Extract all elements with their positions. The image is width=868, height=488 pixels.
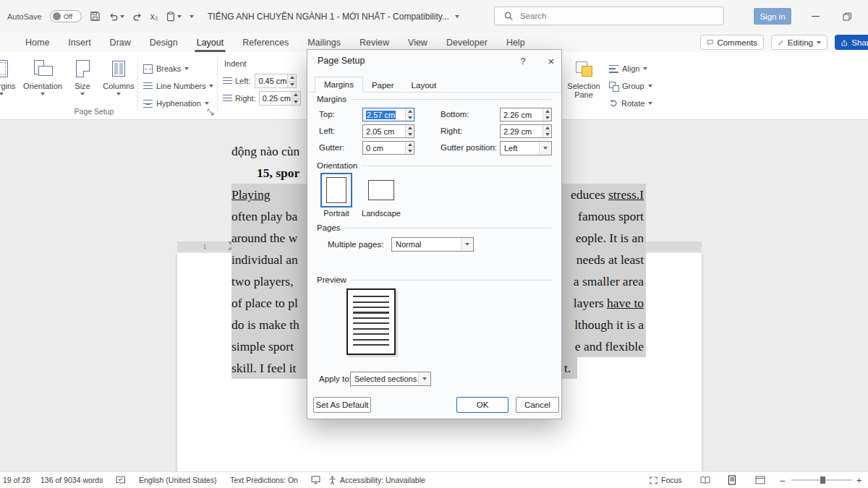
proofing-status-button[interactable] — [116, 472, 126, 488]
indent-left-input[interactable]: 0.45 cm — [255, 74, 297, 88]
tab-draw[interactable]: Draw — [101, 33, 140, 52]
align-button[interactable]: Align — [609, 62, 647, 75]
zoom-slider-handle[interactable] — [820, 476, 825, 484]
left-margin-input[interactable]: 2.05 cm — [362, 124, 414, 138]
comments-button[interactable]: Comments — [700, 35, 764, 50]
text-predictions-toggle[interactable] — [311, 472, 320, 488]
columns-icon — [112, 61, 125, 77]
landscape-option[interactable] — [365, 173, 397, 207]
margins-section-header: Margins — [317, 95, 551, 103]
bottom-margin-label: Bottom: — [441, 110, 469, 119]
paste-button[interactable] — [166, 11, 182, 22]
save-button[interactable] — [90, 11, 101, 22]
customize-qat-button[interactable] — [190, 15, 194, 18]
dialog-tabs: Margins Paper Layout — [307, 75, 561, 93]
search-input[interactable]: Search — [494, 7, 724, 25]
redo-button[interactable] — [132, 12, 142, 22]
indent-right-spinner[interactable] — [292, 92, 300, 105]
size-icon — [76, 60, 90, 77]
tab-insert[interactable]: Insert — [59, 33, 100, 52]
chevron-down-icon — [190, 15, 194, 18]
dialog-tab-margins[interactable]: Margins — [315, 77, 363, 93]
page-number-indicator[interactable]: 19 of 28 — [3, 472, 30, 488]
apply-to-dropdown[interactable]: Selected sections — [350, 372, 431, 386]
ok-button[interactable]: OK — [456, 397, 509, 413]
selection-pane-button[interactable]: Selection Pane — [563, 55, 605, 114]
margins-icon — [0, 60, 8, 77]
tab-design[interactable]: Design — [140, 33, 187, 52]
print-layout-button[interactable] — [728, 472, 736, 488]
title-menu-chevron-icon[interactable] — [455, 15, 459, 18]
indent-left-spinner[interactable] — [287, 74, 296, 87]
read-mode-button[interactable] — [700, 472, 710, 488]
editing-mode-dropdown[interactable]: Editing — [771, 35, 827, 50]
bottom-margin-input[interactable]: 2.26 cm — [500, 108, 552, 121]
right-margin-input[interactable]: 2.29 cm — [500, 124, 552, 138]
indent-right-input[interactable]: 0.25 cm — [259, 91, 301, 106]
gutter-position-dropdown[interactable]: Left — [500, 141, 552, 155]
subscript-button[interactable]: x₂ — [150, 12, 158, 22]
focus-icon — [650, 476, 658, 484]
share-button[interactable]: Share — [835, 35, 868, 50]
subscript-icon: x₂ — [150, 12, 158, 22]
tab-layout[interactable]: Layout — [187, 33, 234, 52]
line-numbers-button[interactable]: Line Numbers — [143, 80, 213, 93]
chevron-down-icon — [209, 85, 213, 87]
minimize-button[interactable] — [804, 0, 826, 33]
sign-in-button[interactable]: Sign in — [754, 8, 791, 25]
text-predictions-indicator[interactable]: Text Predictions: On — [230, 472, 298, 488]
language-indicator[interactable]: English (United States) — [139, 472, 216, 488]
word-count-indicator[interactable]: 136 of 9034 words — [41, 472, 103, 488]
cancel-button[interactable]: Cancel — [516, 397, 559, 413]
margins-button[interactable]: Margins — [0, 55, 22, 114]
redo-icon — [132, 12, 142, 22]
tab-references[interactable]: References — [233, 33, 298, 52]
orientation-icon — [33, 60, 53, 77]
set-as-default-button[interactable]: Set As Default — [313, 397, 371, 413]
accessibility-icon — [328, 476, 336, 485]
group-button[interactable]: Group — [609, 80, 652, 93]
accessibility-checker[interactable]: Accessibility: Unavailable — [328, 472, 425, 488]
gutter-spinner[interactable] — [405, 142, 414, 154]
undo-button[interactable] — [109, 12, 124, 22]
page-setup-dialog-launcher[interactable] — [207, 108, 215, 116]
dialog-tab-layout[interactable]: Layout — [403, 78, 446, 93]
zoom-out-button[interactable]: – — [780, 472, 785, 488]
rotate-button[interactable]: Rotate — [609, 97, 652, 110]
web-layout-button[interactable] — [755, 472, 765, 488]
autosave-state: Off — [64, 12, 73, 20]
zoom-in-button[interactable]: + — [856, 472, 862, 488]
portrait-option[interactable] — [320, 173, 352, 207]
close-icon: × — [548, 55, 555, 67]
page-setup-dialog: Page Setup ? × Margins Paper Layout Marg… — [307, 49, 562, 419]
breaks-button[interactable]: Breaks — [143, 62, 189, 75]
ruler-number: 1 — [200, 241, 210, 252]
columns-button[interactable]: Columns — [100, 55, 137, 114]
autosave-toggle[interactable]: Off — [50, 10, 82, 22]
restore-button[interactable] — [836, 0, 858, 33]
tab-home[interactable]: Home — [16, 33, 59, 52]
dialog-help-button[interactable]: ? — [514, 53, 532, 69]
line-numbers-icon — [143, 82, 153, 90]
right-margin-spinner[interactable] — [542, 125, 551, 137]
gutter-input[interactable]: 0 cm — [362, 141, 414, 155]
monitor-icon — [311, 476, 320, 484]
size-button[interactable]: Size — [67, 55, 98, 114]
zoom-slider[interactable] — [791, 479, 852, 481]
dialog-close-button[interactable]: × — [542, 53, 561, 69]
top-margin-input[interactable]: 2.57 cm — [362, 108, 414, 121]
dialog-tab-paper[interactable]: Paper — [363, 78, 403, 93]
top-margin-spinner[interactable] — [405, 108, 414, 121]
bottom-margin-spinner[interactable] — [542, 108, 551, 121]
chevron-down-icon — [648, 102, 652, 105]
landscape-label: Landscape — [359, 209, 403, 218]
chevron-down-icon — [422, 377, 427, 380]
focus-mode-button[interactable]: Focus — [650, 472, 682, 488]
page-setup-group-caption: Page Setup — [29, 107, 159, 116]
orientation-button[interactable]: Orientation — [20, 55, 65, 114]
chevron-down-icon — [0, 93, 4, 95]
web-layout-icon — [755, 476, 765, 484]
left-margin-spinner[interactable] — [405, 125, 414, 137]
multiple-pages-dropdown[interactable]: Normal — [391, 237, 474, 252]
chevron-down-icon — [643, 67, 647, 70]
